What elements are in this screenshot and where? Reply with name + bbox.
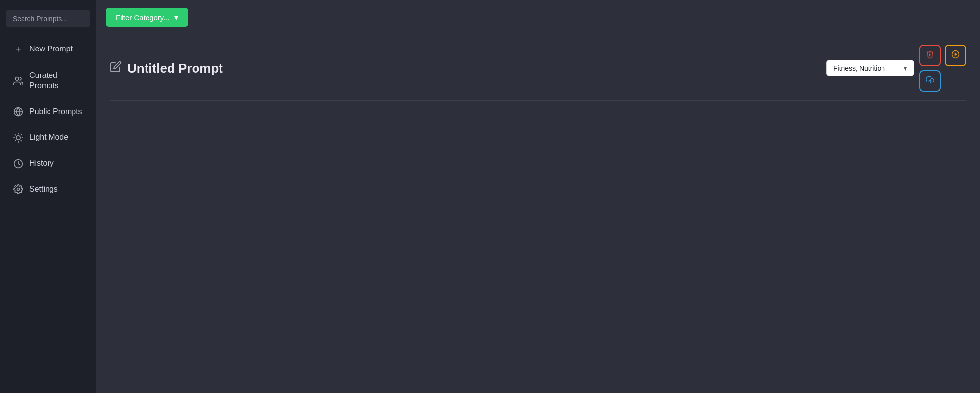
topbar: Filter Category... ▾ bbox=[96, 0, 980, 35]
trash-icon bbox=[926, 50, 934, 61]
category-chevron-icon: ▾ bbox=[904, 64, 907, 72]
clock-icon bbox=[13, 159, 24, 169]
main-area: Filter Category... ▾ Untitled Prompt Fit… bbox=[96, 0, 980, 393]
svg-line-10 bbox=[15, 140, 16, 141]
action-buttons-group bbox=[919, 45, 966, 92]
svg-marker-15 bbox=[955, 53, 957, 56]
content-area: Untitled Prompt Fitness, Nutrition ▾ bbox=[96, 35, 980, 393]
prompt-title: Untitled Prompt bbox=[127, 61, 223, 76]
prompt-title-area: Untitled Prompt bbox=[110, 61, 223, 76]
svg-line-7 bbox=[21, 140, 21, 141]
prompt-header: Untitled Prompt Fitness, Nutrition ▾ bbox=[110, 45, 966, 101]
filter-category-button[interactable]: Filter Category... ▾ bbox=[106, 8, 188, 27]
prompt-body[interactable] bbox=[110, 101, 966, 383]
users-icon bbox=[13, 76, 24, 86]
globe-icon bbox=[13, 107, 24, 117]
run-button[interactable] bbox=[945, 45, 966, 66]
sidebar-item-label: Settings bbox=[29, 184, 58, 195]
svg-point-3 bbox=[16, 136, 20, 140]
delete-button[interactable] bbox=[919, 45, 941, 66]
sidebar-item-label: New Prompt bbox=[29, 44, 73, 54]
search-placeholder: Search Prompts... bbox=[13, 15, 68, 23]
filter-label: Filter Category... bbox=[116, 13, 170, 22]
prompt-actions-right: Fitness, Nutrition ▾ bbox=[826, 45, 966, 92]
action-btn-row-top bbox=[919, 45, 966, 66]
sidebar-item-label: Curated Prompts bbox=[29, 71, 83, 91]
upload-icon bbox=[926, 75, 934, 87]
search-button[interactable]: Search Prompts... bbox=[6, 10, 90, 27]
edit-icon bbox=[110, 61, 122, 75]
sidebar-item-new-prompt[interactable]: ＋ New Prompt bbox=[4, 36, 92, 62]
sidebar-item-label: History bbox=[29, 158, 54, 169]
svg-line-11 bbox=[21, 134, 21, 135]
category-value: Fitness, Nutrition bbox=[833, 64, 885, 72]
chevron-down-icon: ▾ bbox=[174, 13, 178, 22]
gear-icon bbox=[13, 184, 24, 194]
sidebar-item-light-mode[interactable]: Light Mode bbox=[4, 125, 92, 149]
sidebar-item-label: Public Prompts bbox=[29, 107, 82, 117]
sun-icon bbox=[13, 133, 24, 143]
svg-point-0 bbox=[15, 77, 19, 80]
category-dropdown[interactable]: Fitness, Nutrition ▾ bbox=[826, 60, 914, 76]
sidebar: Search Prompts... ＋ New Prompt Curated P… bbox=[0, 0, 96, 393]
sidebar-item-curated-prompts[interactable]: Curated Prompts bbox=[4, 64, 92, 98]
svg-line-6 bbox=[15, 134, 16, 135]
export-button[interactable] bbox=[919, 70, 941, 92]
sidebar-item-history[interactable]: History bbox=[4, 151, 92, 175]
sidebar-item-label: Light Mode bbox=[29, 132, 68, 143]
sidebar-item-public-prompts[interactable]: Public Prompts bbox=[4, 100, 92, 124]
sidebar-item-settings[interactable]: Settings bbox=[4, 177, 92, 201]
action-btn-row-bottom bbox=[919, 70, 966, 92]
play-icon bbox=[951, 50, 960, 61]
svg-point-13 bbox=[17, 188, 20, 191]
plus-icon: ＋ bbox=[13, 43, 24, 55]
